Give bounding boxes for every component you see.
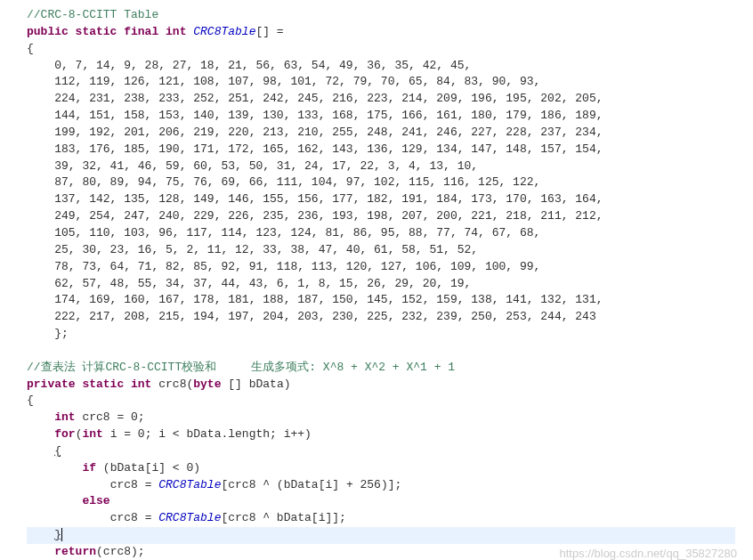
- table-row: 0, 7, 14, 9, 28, 27, 18, 21, 56, 63, 54,…: [27, 58, 735, 75]
- blank-line: [27, 343, 735, 360]
- table-row: 62, 57, 48, 55, 34, 37, 44, 43, 6, 1, 8,…: [27, 276, 735, 293]
- table-row: 137, 142, 135, 128, 149, 146, 155, 156, …: [27, 191, 735, 208]
- for-loop: for(int i = 0; i < bData.length; i++): [27, 426, 735, 443]
- table-row: 249, 254, 247, 240, 229, 226, 235, 236, …: [27, 208, 735, 225]
- decl-crc8: int crc8 = 0;: [27, 410, 735, 426]
- comment-line-2: //查表法 计算CRC-8-CCITT校验和 生成多项式: X^8 + X^2 …: [27, 360, 735, 377]
- table-row: 174, 169, 160, 167, 178, 181, 188, 187, …: [27, 292, 735, 309]
- function-signature: private static int crc8(byte [] bData): [27, 377, 735, 394]
- table-row: 39, 32, 41, 46, 59, 60, 53, 50, 31, 24, …: [27, 158, 735, 175]
- crc8-table-values: 0, 7, 14, 9, 28, 27, 18, 21, 56, 63, 54,…: [27, 58, 735, 327]
- if-stmt: if (bData[i] < 0): [27, 460, 735, 477]
- open-brace-fn: {: [27, 393, 735, 410]
- table-row: 144, 151, 158, 153, 140, 139, 130, 133, …: [27, 108, 735, 125]
- watermark-text: https://blog.csdn.net/qq_35827280: [560, 546, 738, 560]
- open-brace-loop: {: [27, 443, 735, 460]
- table-row: 222, 217, 208, 215, 194, 197, 204, 203, …: [27, 309, 735, 326]
- table-row: 199, 192, 201, 206, 219, 220, 213, 210, …: [27, 125, 735, 142]
- table-row: 78, 73, 64, 71, 82, 85, 92, 91, 118, 113…: [27, 259, 735, 276]
- table-row: 25, 30, 23, 16, 5, 2, 11, 12, 33, 38, 47…: [27, 242, 735, 259]
- table-row: 112, 119, 126, 121, 108, 107, 98, 101, 7…: [27, 74, 735, 91]
- table-row: 224, 231, 238, 233, 252, 251, 242, 245, …: [27, 91, 735, 108]
- else-stmt: else: [27, 493, 735, 510]
- assign-neg: crc8 = CRC8Table[crc8 ^ (bData[i] + 256)…: [27, 477, 735, 494]
- table-row: 105, 110, 103, 96, 117, 114, 123, 124, 8…: [27, 225, 735, 242]
- comment-line: //CRC-8-CCITT Table: [27, 7, 735, 24]
- table-row: 183, 176, 185, 190, 171, 172, 165, 162, …: [27, 142, 735, 158]
- open-brace: {: [27, 41, 735, 58]
- close-brace-loop: }: [27, 527, 735, 544]
- close-brace: };: [27, 326, 735, 343]
- assign-pos: crc8 = CRC8Table[crc8 ^ bData[i]];: [27, 510, 735, 527]
- table-declaration: public static final int CRC8Table[] =: [27, 24, 735, 41]
- table-row: 87, 80, 89, 94, 75, 76, 69, 66, 111, 104…: [27, 174, 735, 191]
